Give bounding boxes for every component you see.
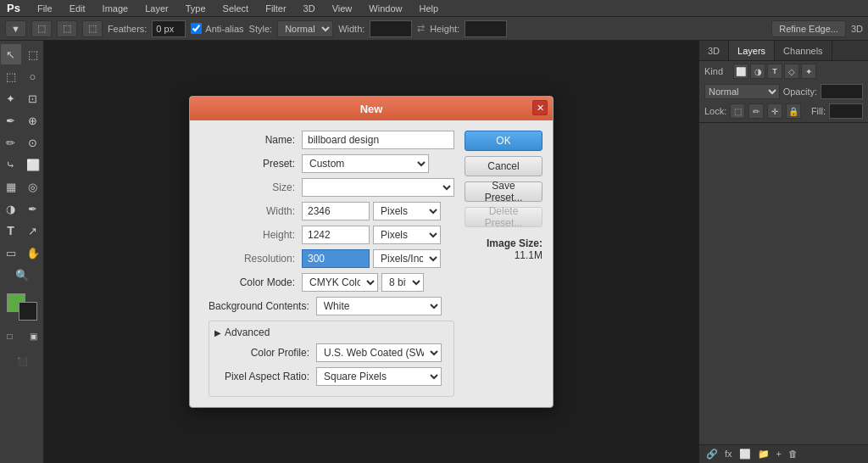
eyedropper-tool[interactable]: ✒: [1, 110, 21, 131]
spot-heal-tool[interactable]: ⊕: [23, 110, 43, 131]
kind-filter-shape[interactable]: ◇: [784, 64, 799, 79]
link-icon[interactable]: 🔗: [704, 447, 720, 461]
right-panel-tabs: 3D Layers Channels: [699, 41, 868, 61]
resolution-input[interactable]: [302, 249, 370, 268]
quick-mask-mode[interactable]: ▣: [24, 326, 44, 346]
standard-mode[interactable]: □: [0, 326, 20, 346]
tool-btn-3[interactable]: ⬚: [82, 20, 103, 37]
tool-btn-2[interactable]: ⬚: [57, 20, 77, 37]
tab-channels[interactable]: Channels: [775, 41, 832, 60]
gradient-tool[interactable]: ▦: [1, 176, 21, 197]
color-mode-select[interactable]: CMYK ColorRGB ColorGrayscale: [302, 273, 378, 292]
width-unit-select[interactable]: PixelsInchescm: [373, 202, 441, 220]
fill-input[interactable]: [829, 103, 863, 119]
opacity-input[interactable]: [821, 84, 863, 99]
zoom-tool[interactable]: 🔍: [12, 265, 32, 285]
color-profile-select[interactable]: U.S. Web Coated (SWOP) v2: [316, 343, 442, 362]
type-tool[interactable]: T: [1, 220, 21, 241]
lock-all-btn[interactable]: 🔒: [786, 103, 801, 119]
lock-transparent-btn[interactable]: ⬚: [730, 103, 745, 119]
bg-contents-select[interactable]: WhiteBackground ColorTransparent: [316, 297, 442, 315]
background-color[interactable]: [19, 302, 37, 321]
delete-preset-button: Delete Preset...: [465, 207, 542, 227]
move-tool[interactable]: ↖: [1, 44, 21, 64]
tab-3d[interactable]: 3D: [699, 41, 729, 60]
refine-edge-button[interactable]: Refine Edge...: [771, 20, 846, 37]
anti-alias-check[interactable]: Anti-alias: [191, 23, 243, 34]
trash-icon[interactable]: 🗑: [787, 447, 799, 461]
lock-image-btn[interactable]: ✏: [748, 103, 764, 119]
right-panel: 3D Layers Channels Kind ⬜ ◑ T ◇ ✦ Normal…: [698, 41, 868, 463]
clone-tool[interactable]: ⊙: [23, 132, 43, 153]
resolution-row: Resolution: Pixels/InchPixels/cm: [200, 249, 454, 268]
feathers-input[interactable]: [152, 20, 186, 37]
menu-type[interactable]: Type: [182, 2, 209, 15]
name-input[interactable]: [302, 131, 454, 149]
menu-view[interactable]: View: [329, 2, 356, 15]
new-layer-icon[interactable]: +: [775, 447, 783, 461]
kind-filter-pixel[interactable]: ⬜: [733, 64, 748, 79]
fx-icon[interactable]: fx: [723, 447, 734, 461]
save-preset-button[interactable]: Save Preset...: [465, 181, 542, 202]
style-select[interactable]: Normal: [277, 20, 333, 37]
path-select-tool[interactable]: ↗: [23, 220, 43, 241]
kind-filter-adj[interactable]: ◑: [750, 64, 765, 79]
pixel-aspect-select[interactable]: Square Pixels: [316, 367, 442, 386]
artboard-tool[interactable]: ⬚: [23, 44, 43, 64]
menu-image[interactable]: Image: [99, 2, 132, 15]
tool-selector[interactable]: ▼: [5, 20, 26, 37]
bit-depth-select[interactable]: 8 bit16 bit32 bit: [381, 273, 424, 292]
magic-wand-tool[interactable]: ✦: [1, 88, 21, 109]
width-input[interactable]: [370, 20, 412, 37]
dialog-buttons: OK Cancel Save Preset... Delete Preset..…: [465, 131, 542, 397]
image-size-value: 11.1M: [465, 249, 542, 261]
menu-filter[interactable]: Filter: [262, 2, 289, 15]
menu-edit[interactable]: Edit: [66, 2, 89, 15]
dialog-title: New: [360, 103, 383, 115]
dodge-tool[interactable]: ◑: [1, 198, 21, 219]
pixel-aspect-row: Pixel Aspect Ratio: Square Pixels: [214, 367, 448, 386]
crop-tool[interactable]: ⊡: [23, 88, 43, 109]
lock-position-btn[interactable]: ✛: [767, 103, 782, 119]
shape-tool[interactable]: ▭: [1, 243, 21, 263]
menu-help[interactable]: Help: [415, 2, 442, 15]
lasso-tool[interactable]: ○: [23, 66, 43, 86]
tab-layers[interactable]: Layers: [729, 41, 775, 60]
menu-3d[interactable]: 3D: [300, 2, 319, 15]
dialog-close-button[interactable]: ✕: [532, 100, 548, 115]
canvas-area: New ✕ Name: Preset:: [44, 41, 698, 463]
screen-mode[interactable]: ⬛: [12, 351, 32, 371]
marquee-tool[interactable]: ⬚: [1, 66, 21, 86]
advanced-toggle[interactable]: ▶ Advanced: [214, 326, 448, 338]
preset-select[interactable]: Custom Default Photoshop Size Letter A4: [302, 154, 429, 173]
cancel-button[interactable]: Cancel: [465, 156, 542, 176]
mask-icon[interactable]: ⬜: [737, 447, 753, 461]
folder-icon[interactable]: 📁: [756, 447, 771, 461]
color-swatches[interactable]: [7, 293, 37, 321]
menu-file[interactable]: File: [34, 2, 56, 15]
brush-tool[interactable]: ✏: [1, 132, 21, 153]
history-brush-tool[interactable]: ⤷: [1, 154, 21, 175]
toolbar: ▼ ⬚ ⬚ ⬚ Feathers: Anti-alias Style: Norm…: [0, 17, 868, 41]
eraser-tool[interactable]: ⬜: [23, 154, 43, 175]
menu-select[interactable]: Select: [220, 2, 253, 15]
pixel-aspect-label: Pixel Aspect Ratio:: [223, 371, 316, 382]
kind-filter-smart[interactable]: ✦: [801, 64, 816, 79]
tool-btn-1[interactable]: ⬚: [31, 20, 52, 37]
preset-row: Preset: Custom Default Photoshop Size Le…: [200, 154, 454, 173]
menu-window[interactable]: Window: [365, 2, 405, 15]
image-size-box: Image Size: 11.1M: [465, 232, 542, 261]
blur-tool[interactable]: ◎: [23, 176, 43, 197]
width-value-input[interactable]: [302, 202, 370, 220]
size-select[interactable]: [302, 178, 454, 197]
ok-button[interactable]: OK: [465, 131, 542, 151]
blend-mode-select[interactable]: Normal: [704, 84, 780, 99]
menu-layer[interactable]: Layer: [142, 2, 172, 15]
height-value-input[interactable]: [302, 226, 370, 244]
pen-tool[interactable]: ✒: [23, 198, 43, 219]
hand-tool[interactable]: ✋: [23, 243, 43, 263]
resolution-unit-select[interactable]: Pixels/InchPixels/cm: [373, 249, 441, 268]
height-unit-select[interactable]: PixelsInchescm: [373, 226, 441, 244]
kind-filter-type[interactable]: T: [767, 64, 782, 79]
height-input[interactable]: [465, 20, 507, 37]
